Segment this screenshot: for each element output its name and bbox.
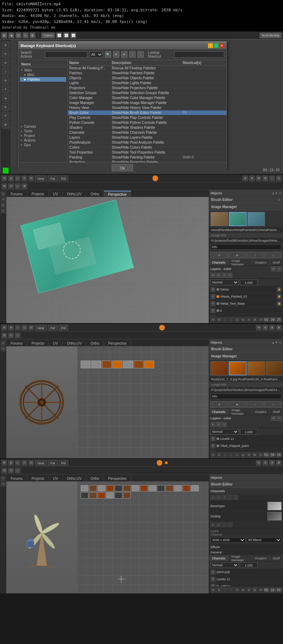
ct2-2[interactable]: ⊗ [216,422,221,427]
table-row[interactable]: Play ControlsShow/Hide Play Controls Pal… [68,115,226,120]
img-thumb3[interactable] [247,212,265,226]
ch3-tab-shelf[interactable]: Shelf [270,555,283,561]
ch-icon2[interactable]: ✕ [277,266,282,271]
s2-icon5[interactable]: ⊟ [28,325,34,330]
table-row[interactable]: ObjectsShow/Hide Objects Palette [68,76,226,81]
tab-perspective3[interactable]: Perspective [104,475,131,482]
l3-eye1[interactable]: 👁 [210,570,215,575]
table-row[interactable]: Color ManagerShow/Hide Color Manager Pal… [68,96,226,100]
record-btn1[interactable] [152,176,158,181]
img-thumb2-4[interactable] [266,361,283,375]
s2-si1[interactable]: ⊕ [1,341,6,346]
action-btn4[interactable]: ↓ [264,252,282,258]
bi3-6[interactable]: ◈ [241,587,246,593]
info-input1[interactable] [210,244,282,250]
s2-icon8[interactable]: ⊞ [269,325,275,330]
table-row[interactable]: LightsShow/Hide Lights Palette [68,81,226,86]
tab-projects2[interactable]: Projects [27,340,49,346]
table-row[interactable]: ChannelsShow/Hide Channels Palette [68,130,226,135]
s2-icon2[interactable]: ◈ [8,325,14,330]
import-btn[interactable]: ↓ [138,51,144,58]
blend-mode-select2[interactable]: Normal [210,429,239,435]
action-btn2[interactable]: ⊕ [229,252,246,258]
pa3-2[interactable]: ⊗ [216,522,221,527]
tree-item-palettes[interactable]: ▶ Palettes [20,77,66,82]
layer2-levels[interactable]: 👁 Levels 11 [209,435,283,442]
ch-icon1[interactable]: ⊞ [271,266,276,271]
layer-eye4[interactable]: 👁 [210,308,215,313]
table-row[interactable]: ShadersShow/Hide Shaders Palette [68,125,226,130]
bi3-4[interactable]: ↓ [229,587,234,593]
density-btn[interactable]: level density [260,33,282,38]
img-thumb2-2[interactable] [229,361,247,375]
s3-icon9[interactable]: ⊠ [276,460,282,466]
img-thumb1[interactable] [210,212,228,226]
blend-mode-select3[interactable]: Normal [210,562,239,568]
s3-b1[interactable]: ⊞ [1,468,7,473]
s1-icon1[interactable]: ⊞ [1,176,7,181]
ch-tab-shelf1[interactable]: Shelf [270,259,283,265]
table-row[interactable]: Image ManagerShow/Hide Image Manager Pal… [68,100,226,105]
layer-lock1[interactable]: 🔒 [277,287,282,292]
s1-b2[interactable]: ⊡ [8,183,14,189]
bi2-9[interactable]: ⊟ [258,452,264,458]
tab-forums1[interactable]: Forums [6,191,27,197]
s3-icon4[interactable]: ⊡ [22,460,27,466]
ok-button[interactable]: Ok [112,164,133,171]
ct3[interactable]: ↺ [222,273,227,278]
action2-btn3[interactable]: ↑ [247,401,264,408]
tab-uv3[interactable]: UV [49,475,63,482]
l2-eye1[interactable]: 👁 [210,436,215,441]
s3-icon1[interactable]: ⊞ [1,460,7,466]
pol-btn[interactable]: Pol [59,176,68,181]
tree-item-main[interactable]: ▼ Main [20,68,66,73]
toolbar-icon-1[interactable]: ⊞ [1,33,7,38]
bi5[interactable]: ⊡ [235,317,240,323]
ch3-tab-imgmgr[interactable]: Image Manager [229,555,252,561]
tree-item-gpu[interactable]: ● Gpu [20,143,66,147]
toolbar-icon-5[interactable]: ⊗ [30,33,35,38]
s1-icon9[interactable]: ⊠ [262,176,268,181]
search-btn[interactable]: 🔍 [105,51,111,58]
s2-icon7[interactable]: ⊗ [262,325,268,330]
s1-icon3[interactable]: ▷ [15,176,21,181]
s3-icon3[interactable]: ▷ [15,460,21,466]
layer-lock2[interactable]: 🔒 [277,294,282,299]
ch3-tab-channels[interactable]: Channels [209,555,229,561]
toolbar-icon-3[interactable]: ⊡ [16,33,21,38]
tab-perspective2[interactable]: Perspective [104,340,131,346]
s3-b3[interactable]: ▷ [15,468,21,473]
img-thumb2-1[interactable] [210,361,228,375]
ch3-tab-shaders[interactable]: Shaders [252,555,270,561]
bi3-3[interactable]: ↑ [223,587,228,593]
section1-3d-viewport[interactable] [6,197,209,323]
bi3-5[interactable]: ⊡ [235,587,240,593]
ch2-icon2[interactable]: ✕ [277,416,282,421]
s1-icon8[interactable]: ⊞ [256,176,261,181]
qc-blend-select[interactable]: Bit Blend [247,537,282,543]
table-row[interactable]: PatchesShow/Hide Patches Palette [68,71,226,76]
dialog-minimize-btn[interactable]: − [208,43,213,48]
table-row[interactable]: ProjectorsShow/Hide Projectors Palette [68,86,226,91]
s3-far-btn[interactable]: Far [48,460,58,466]
left-icon-8[interactable]: ⊕ [2,103,10,111]
s2-icon9[interactable]: ⊠ [276,325,282,330]
bi2-2[interactable]: ⊗ [216,452,222,458]
ch-tab-shaders1[interactable]: Shaders [252,259,270,265]
table-row[interactable]: ColorsShow/Hide Colors Palette [68,145,226,150]
left-icon-2[interactable]: ⊡ [2,50,10,58]
left-icon-6[interactable]: ✦ [2,85,10,93]
s2-icon3[interactable]: ▷ [15,325,21,330]
bi3-1[interactable]: ⊕ [210,587,216,593]
bi4[interactable]: ↓ [229,317,234,323]
table-row[interactable]: ProjectionShow/Hide Projection Palette [68,160,226,162]
ct4[interactable]: ⊡ [227,273,232,278]
layer3-diffuse[interactable]: 👁 DIFFUSE [209,569,283,576]
tab-ortho3[interactable]: Ortho [86,475,104,482]
left-icon-5[interactable]: ⊗ [2,76,10,84]
s3-icon6[interactable]: ⊕ [256,460,261,466]
channel-duding[interactable]: Duding [209,511,283,522]
s2-icon1[interactable]: ⊞ [1,325,7,330]
bi3-2[interactable]: ⊗ [216,587,222,593]
dialog-maximize-btn[interactable]: □ [214,43,219,48]
